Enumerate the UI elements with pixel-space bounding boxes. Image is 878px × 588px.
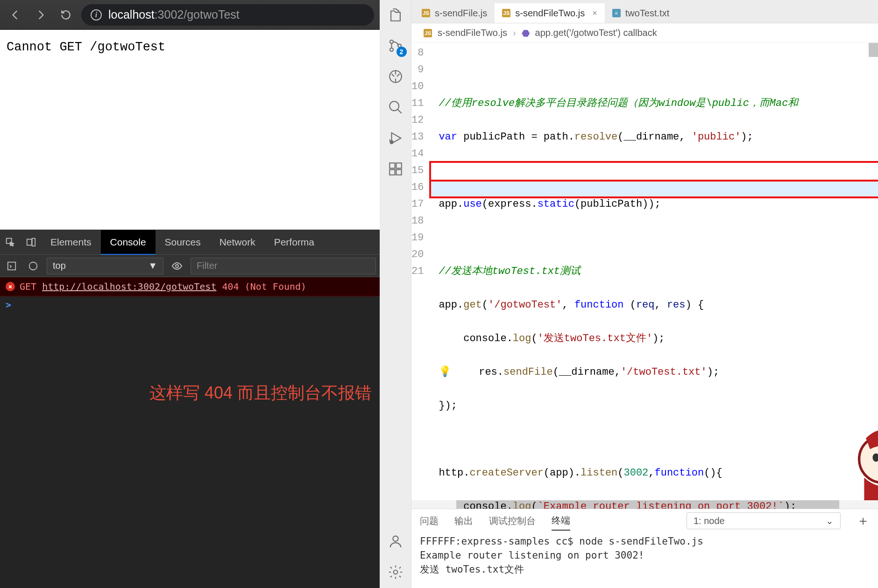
device-toolbar-icon[interactable] xyxy=(21,230,41,254)
extensions-icon[interactable] xyxy=(386,160,405,178)
console-sidebar-toggle-icon[interactable] xyxy=(4,258,20,274)
svg-point-5 xyxy=(176,265,178,267)
chevron-down-icon: ▼ xyxy=(148,260,157,271)
tab-label: twoTest.txt xyxy=(625,8,669,19)
code-area[interactable]: 8910 111213 141516 171819 2021 //使用resol… xyxy=(411,43,878,509)
tab-network[interactable]: Network xyxy=(210,230,265,254)
tab-problems[interactable]: 问题 xyxy=(420,512,439,530)
chevron-right-icon: › xyxy=(513,28,516,38)
breadcrumb-file: s-sendFileTwo.js xyxy=(438,28,507,38)
file-icon: JS xyxy=(502,9,510,17)
settings-gear-icon[interactable] xyxy=(386,563,405,581)
highlight-box xyxy=(429,180,878,198)
svg-rect-15 xyxy=(396,163,401,168)
source-control-icon[interactable]: 2 xyxy=(386,36,405,55)
terminal-select-value: 1: node xyxy=(694,516,725,526)
devtools-subbar: top ▼ Filter xyxy=(0,255,380,277)
code-lines[interactable]: //使用resolve解决多平台目录路径问题（因为window是\public，… xyxy=(436,43,878,509)
context-value: top xyxy=(53,260,66,271)
file-icon: JS xyxy=(422,9,430,17)
console-prompt[interactable]: > xyxy=(0,296,380,313)
page-content: Cannot GET /gotwoTest xyxy=(0,30,380,230)
svg-point-17 xyxy=(393,570,397,574)
filter-input[interactable]: Filter xyxy=(191,258,376,274)
live-expression-icon[interactable] xyxy=(169,260,185,272)
search-icon[interactable] xyxy=(386,98,405,117)
svg-rect-1 xyxy=(27,239,32,245)
clear-console-icon[interactable] xyxy=(25,258,41,274)
editor-tab-twotest[interactable]: ≡ twoTest.txt xyxy=(605,3,677,23)
terminal-body[interactable]: FFFFFF:express-samples cc$ node s-sendFi… xyxy=(411,532,878,588)
svg-point-6 xyxy=(389,40,393,43)
chevron-down-icon: ⌄ xyxy=(826,515,834,526)
filter-placeholder: Filter xyxy=(197,260,217,271)
lightbulb-icon[interactable]: 💡 xyxy=(439,366,451,378)
file-icon: ≡ xyxy=(612,9,621,17)
editor-tab-sendfile[interactable]: JS s-sendFile.js xyxy=(414,3,495,23)
svg-rect-14 xyxy=(396,169,401,175)
account-icon[interactable] xyxy=(386,532,405,551)
tab-sources[interactable]: Sources xyxy=(156,230,210,254)
forward-button[interactable] xyxy=(31,5,50,25)
tab-label: s-sendFile.js xyxy=(435,8,487,19)
console-body: × GET http://localhost:3002/gotwoTest 40… xyxy=(0,277,380,588)
back-button[interactable] xyxy=(6,5,25,25)
context-select[interactable]: top ▼ xyxy=(47,258,163,274)
editor-pane: 2 JS s-sendFile.js xyxy=(380,0,878,588)
svg-point-10 xyxy=(389,101,399,111)
tab-debug-console[interactable]: 调试控制台 xyxy=(489,512,536,530)
site-info-icon[interactable]: i xyxy=(91,9,102,21)
terminal-select[interactable]: 1: node ⌄ xyxy=(687,512,841,529)
terminal-panel: 问题 输出 调试控制台 终端 1: node ⌄ ＋ FFFFFF:expres… xyxy=(411,509,878,588)
breadcrumb-symbol: app.get('/gotwoTest') callback xyxy=(535,28,657,38)
svg-rect-13 xyxy=(389,169,395,175)
editor-tab-sendfiletwo[interactable]: JS s-sendFileTwo.js × xyxy=(495,3,604,23)
debug-icon[interactable] xyxy=(386,129,405,147)
url-text: localhost:3002/gotwoTest xyxy=(108,8,240,21)
svg-rect-12 xyxy=(389,163,395,168)
close-icon[interactable]: × xyxy=(589,8,597,18)
address-bar[interactable]: i localhost:3002/gotwoTest xyxy=(81,4,374,26)
tab-elements[interactable]: Elements xyxy=(41,230,101,254)
git-branch-icon[interactable] xyxy=(386,67,405,86)
error-text: GET http://localhost:3002/gotwoTest 404 … xyxy=(20,281,306,292)
tab-label: s-sendFileTwo.js xyxy=(515,8,585,19)
scm-badge: 2 xyxy=(397,47,407,57)
annotation-text: 这样写 404 而且控制台不报错 xyxy=(149,382,372,405)
browser-pane: i localhost:3002/gotwoTest Cannot GET /g… xyxy=(0,0,380,588)
error-badge-icon: × xyxy=(6,282,15,291)
minimap-scrollbar[interactable] xyxy=(869,43,878,57)
console-error-row[interactable]: × GET http://localhost:3002/gotwoTest 40… xyxy=(0,277,380,296)
svg-point-16 xyxy=(393,536,398,541)
new-terminal-button[interactable]: ＋ xyxy=(857,512,870,530)
tab-terminal[interactable]: 终端 xyxy=(552,511,570,531)
symbol-icon: ⬣ xyxy=(522,28,530,39)
devtools-tabs: Elements Console Sources Network Perform… xyxy=(0,230,380,255)
inspect-element-icon[interactable] xyxy=(0,230,21,254)
terminal-tabs: 问题 输出 调试控制台 终端 1: node ⌄ ＋ xyxy=(411,509,878,532)
reload-button[interactable] xyxy=(56,5,76,25)
editor-main: JS s-sendFile.js JS s-sendFileTwo.js × ≡… xyxy=(411,0,878,588)
svg-rect-3 xyxy=(8,262,16,270)
editor-tabs: JS s-sendFile.js JS s-sendFileTwo.js × ≡… xyxy=(411,0,878,23)
tab-console[interactable]: Console xyxy=(101,230,156,255)
breadcrumb[interactable]: JS s-sendFileTwo.js › ⬣ app.get('/gotwoT… xyxy=(411,23,878,43)
svg-rect-2 xyxy=(32,238,35,246)
tab-output[interactable]: 输出 xyxy=(454,512,473,530)
devtools-panel: Elements Console Sources Network Perform… xyxy=(0,230,380,588)
browser-toolbar: i localhost:3002/gotwoTest xyxy=(0,0,380,30)
tab-performance[interactable]: Performa xyxy=(265,230,324,254)
gutter: 8910 111213 141516 171819 2021 xyxy=(411,43,436,509)
explorer-icon[interactable] xyxy=(386,6,405,24)
activity-bar: 2 xyxy=(380,0,411,588)
svg-point-7 xyxy=(389,48,393,51)
file-icon: JS xyxy=(424,29,432,37)
